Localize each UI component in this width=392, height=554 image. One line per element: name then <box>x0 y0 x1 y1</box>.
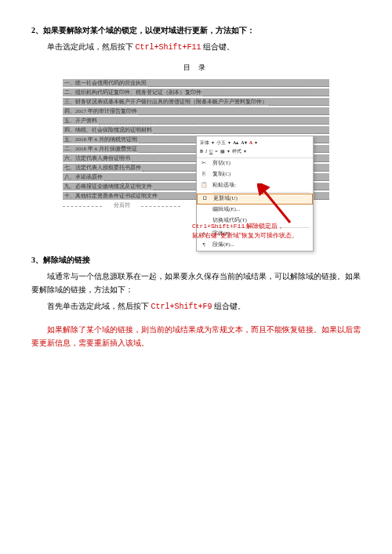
highlight-icon[interactable]: ▦ <box>220 147 225 155</box>
styles-icon[interactable]: 样式 <box>232 147 241 155</box>
menu-item-icon: ✂ <box>200 159 208 168</box>
toc-entry-label: 六、法定代表人身份证明书 <box>63 154 132 162</box>
toc-entry-label: 十、其他特定资质条件证书或证明文件 <box>63 192 159 200</box>
toc-heading: 目 录 <box>63 62 329 74</box>
toc-entry-label: 四、纳税、社会保险情况的证明材料 <box>63 126 154 134</box>
toc-leader <box>154 126 329 134</box>
toc-entry: 四、2017 年的审计报告复印件 <box>63 107 329 115</box>
toc-leader <box>99 117 329 125</box>
mini-toolbar: 宋体 ▾ 小五 ▾ A▴ A▾ A ▾ B I U ≡ ▦ ▾ 样式 ▾ <box>197 136 313 158</box>
section-2-number: 2、 <box>31 24 43 37</box>
menu-item-label: 复制(C) <box>212 170 230 179</box>
menu-item-label: 剪切(T) <box>212 159 230 168</box>
toc-entry: 三、财务状况表或基本账户开户银行出具的资信证明（附基本账户开户资料复印件） <box>63 97 329 106</box>
annotation-text: Ctrl+Shift+F11 解除锁定后， 鼠标右键“更新域”恢复为可操作状态。 <box>192 222 365 241</box>
menu-item-label: 粘贴选项: <box>212 181 236 190</box>
shrink-font-icon[interactable]: A▾ <box>241 139 246 147</box>
bold-icon[interactable]: B <box>200 147 203 155</box>
toc-entry-label: 二、组织机构代码证复印件、税务登记证（副本）复印件 <box>63 89 203 96</box>
font-color-icon[interactable]: A <box>249 139 252 147</box>
shortcut-unlock: Ctrl+Shift+F11 <box>136 43 201 52</box>
toc-entry-label: 一、统一社会信用代码的营业执照 <box>63 79 148 87</box>
toc-entry-label: 二、2018 年 6 月社保缴费凭证 <box>63 145 139 153</box>
grow-font-icon[interactable]: A▴ <box>233 139 238 147</box>
toc-entry: 二、组织机构代码证复印件、税务登记证（副本）复印件 <box>63 88 329 96</box>
toc-entry-label: 九、必将报证金缴纳情况及证明文件 <box>63 183 154 190</box>
toc-entry: 五、开户资料 <box>63 116 329 125</box>
section-3-para-1: 域通常与一个信息源联系在一起，如果要永久保存当前的域结果，可以解除域的链接。如果… <box>31 270 361 296</box>
toc-entry-label: 七、法定代表人授权委托书原件 <box>63 164 143 172</box>
font-size-dropdown[interactable]: 小五 <box>216 139 226 147</box>
align-icon[interactable]: ≡ <box>215 147 217 155</box>
section-3-heading: 3、解除域的链接 <box>31 253 361 266</box>
menu-item-icon: ⎘ <box>200 170 208 179</box>
toc-entry-label: 八、承诺函原件 <box>63 173 104 181</box>
section-3-number: 3、 <box>31 253 43 266</box>
section-2-instruction: 单击选定此域，然后按下 Ctrl+Shift+F11 组合键。 <box>31 40 361 54</box>
toc-entry: 四、纳税、社会保险情况的证明材料 <box>63 125 329 134</box>
toc-entry-label: 三、财务状况表或基本账户开户银行出具的资信证明（附基本账户开户资料复印件） <box>63 98 269 106</box>
toc-entry-label: 五、2018 年 6 月的纳税凭证明 <box>63 136 139 143</box>
toc-leader <box>203 89 329 96</box>
menu-item-icon: ¶ <box>200 241 208 250</box>
menu-item[interactable]: ✂剪切(T) <box>197 158 313 169</box>
shortcut-unlink: Ctrl+Shift+F9 <box>151 302 212 311</box>
toc-entry-label: 四、2017 年的审计报告复印件 <box>63 107 139 115</box>
word-screenshot: 目 录 一、统一社会信用代码的营业执照二、组织机构代码证复印件、税务登记证（副本… <box>63 62 329 211</box>
svg-line-0 <box>262 188 290 223</box>
menu-item-icon: 📋 <box>200 181 208 190</box>
menu-item[interactable]: ¶段落(P)... <box>197 240 313 251</box>
toc-leader <box>148 79 329 87</box>
section-2-title: 如果要解除对某个域的锁定，以便对域进行更新，方法如下： <box>43 26 255 34</box>
section-2-heading: 2、如果要解除对某个域的锁定，以便对域进行更新，方法如下： <box>31 24 361 37</box>
toc-entry: 一、统一社会信用代码的营业执照 <box>63 78 329 87</box>
font-name-dropdown[interactable]: 宋体 <box>200 139 209 147</box>
toc-entry-label: 五、开户资料 <box>63 117 99 125</box>
section-3-warning: 如果解除了某个域的链接，则当前的域结果成为常规文本，而且不能恢复链接。如果以后需… <box>31 323 361 349</box>
section-3-para-2: 首先单击选定此域，然后按下 Ctrl+Shift+F9 组合键。 <box>31 299 361 313</box>
menu-item-label: 编辑域(E)... <box>212 205 240 215</box>
toc-leader <box>269 98 329 106</box>
menu-item[interactable]: ⎘复制(C) <box>197 169 313 180</box>
menu-item-icon: 🗋 <box>201 194 209 204</box>
page-break-marker: 分页符 <box>63 201 180 211</box>
section-3-title: 解除域的链接 <box>43 255 90 264</box>
menu-item-label: 更新域(U) <box>213 194 238 204</box>
underline-icon[interactable]: U <box>209 147 212 155</box>
italic-icon[interactable]: I <box>205 147 207 155</box>
annotation-shortcut: Ctrl+Shift+F11 <box>192 223 245 230</box>
menu-item-label: 段落(P)... <box>212 241 234 250</box>
toc-leader <box>139 107 329 115</box>
